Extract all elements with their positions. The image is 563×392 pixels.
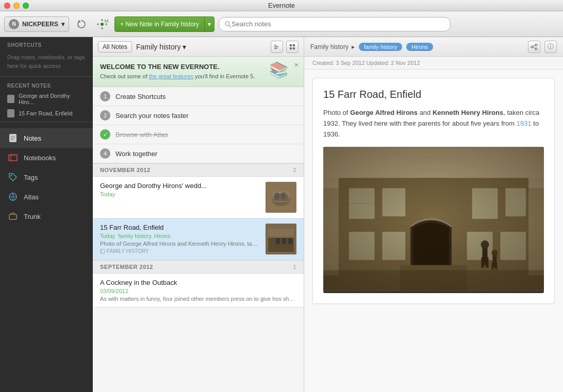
- recent-note-2[interactable]: 15 Farr Road, Enfield: [0, 107, 93, 120]
- sort-icon: [274, 44, 280, 50]
- minimize-button[interactable]: [13, 3, 20, 9]
- header-actions: [271, 41, 299, 53]
- step-4-label: Work together: [115, 150, 157, 158]
- share-icon: [531, 43, 538, 50]
- svg-rect-22: [274, 48, 277, 49]
- new-note-dropdown-icon[interactable]: ▾: [205, 17, 214, 31]
- step-1-label: Create Shortcuts: [115, 93, 166, 100]
- avatar: N: [9, 19, 19, 29]
- svg-point-3: [101, 27, 103, 29]
- svg-point-42: [535, 48, 537, 50]
- sidebar-item-atlas[interactable]: Atlas: [0, 187, 93, 207]
- tag-chip-hirons[interactable]: Hirons: [406, 43, 433, 51]
- sidebar-item-notebooks[interactable]: Notebooks: [0, 148, 93, 167]
- user-dropdown-icon: ▾: [61, 21, 64, 28]
- group-count-nov2012: 2: [293, 167, 296, 173]
- svg-rect-38: [282, 238, 286, 244]
- svg-rect-25: [290, 47, 292, 49]
- shortcuts-header: SHORTCUTS: [0, 37, 93, 50]
- note-meta: Created: 3 Sep 2012 Updated: 2 Nov 2012: [304, 57, 563, 70]
- recent-note-1[interactable]: George and Dorothy Hiro...: [0, 91, 93, 107]
- note-thumb-1: [266, 182, 296, 213]
- share-button[interactable]: [528, 41, 540, 53]
- bold-name-2: Kenneth Henry Hirons: [433, 109, 503, 116]
- view-icon: [289, 44, 295, 50]
- svg-rect-20: [274, 45, 276, 46]
- note-item-george-wedding[interactable]: George and Dorothy Hirons' wedd... Today: [93, 177, 304, 218]
- step-4-num: 4: [100, 148, 110, 159]
- recent-header: RECENT NOTES: [0, 79, 93, 91]
- atlas-icon: [7, 191, 19, 202]
- tag-chip-family-history[interactable]: family history: [359, 43, 402, 51]
- note-detail-panel: Family history ▸ family history Hirons ⓘ: [304, 37, 563, 392]
- note-item-cockney[interactable]: A Cockney in the Outback 03/09/2012 As w…: [93, 274, 304, 308]
- svg-rect-19: [9, 214, 16, 219]
- username-label: NICKPEERS: [22, 21, 58, 28]
- svg-point-30: [281, 192, 286, 199]
- user-menu[interactable]: N NICKPEERS ▾: [4, 16, 69, 32]
- svg-rect-26: [293, 47, 295, 49]
- note-item-content-1: George and Dorothy Hirons' wedd... Today: [100, 182, 260, 213]
- view-button[interactable]: [286, 41, 299, 53]
- note-content-title: 15 Farr Road, Enfield: [323, 89, 544, 100]
- checklist-item-1[interactable]: 1 Create Shortcuts: [93, 87, 304, 106]
- notebook-selector[interactable]: Family history ▾: [136, 43, 186, 51]
- atlas-label: Atlas: [24, 193, 39, 201]
- note-date-2: Today family history, Hirons: [100, 233, 260, 239]
- year-link-1931[interactable]: 1931: [517, 120, 532, 127]
- app-title: Evernote: [268, 2, 295, 9]
- divider-2: [0, 122, 93, 122]
- search-input[interactable]: [231, 20, 445, 28]
- new-note-label[interactable]: + New Note in Family history: [115, 17, 205, 31]
- all-notes-button[interactable]: All Notes: [98, 41, 132, 53]
- maximize-button[interactable]: [23, 3, 29, 9]
- search-icon: [224, 21, 231, 28]
- window-controls[interactable]: [4, 3, 29, 9]
- close-button[interactable]: [4, 3, 10, 9]
- bold-name-1: George Alfred Hirons: [350, 109, 418, 116]
- step-2-label: Search your notes faster: [115, 112, 189, 120]
- note-title-3: A Cockney in the Outback: [100, 279, 296, 286]
- welcome-link[interactable]: the great features: [149, 73, 193, 79]
- group-label-nov2012: NOVEMBER 2012: [100, 167, 151, 173]
- info-button[interactable]: ⓘ: [544, 41, 557, 53]
- svg-rect-21: [274, 46, 278, 47]
- recent-note-title-1: George and Dorothy Hiro...: [19, 93, 86, 105]
- welcome-close-button[interactable]: ×: [294, 61, 299, 69]
- tools-button[interactable]: 16: [94, 16, 110, 32]
- notebook-small-icon: [100, 249, 105, 254]
- trunk-label: Trunk: [24, 213, 41, 220]
- welcome-banner: WELCOME TO THE NEW EVERNOTE. Check out s…: [93, 57, 304, 87]
- svg-point-1: [101, 23, 104, 26]
- note-icon-1: [7, 95, 14, 103]
- breadcrumb-notebook[interactable]: Family history: [310, 43, 349, 50]
- note-item-content-2: 15 Farr Road, Enfield Today family histo…: [100, 224, 260, 254]
- checklist-item-4[interactable]: 4 Work together: [93, 144, 304, 163]
- note-tags-2: family history, Hirons: [118, 233, 170, 239]
- sync-button[interactable]: [73, 16, 90, 32]
- note-item-farr-road[interactable]: 15 Farr Road, Enfield Today family histo…: [93, 218, 304, 260]
- note-date-3: 03/09/2012: [100, 288, 296, 294]
- toolbar: N NICKPEERS ▾ 16 + New Note in Family hi…: [0, 11, 563, 37]
- svg-line-44: [533, 47, 535, 48]
- checklist-item-2[interactable]: 2 Search your notes faster: [93, 106, 304, 125]
- sidebar-item-trunk[interactable]: Trunk: [0, 207, 93, 226]
- svg-point-2: [101, 19, 103, 21]
- sort-button[interactable]: [271, 41, 283, 53]
- note-title-2: 15 Farr Road, Enfield: [100, 224, 260, 231]
- checklist-item-3[interactable]: ✓ Browse with Atlas: [93, 125, 304, 144]
- note-icon-2: [7, 109, 14, 117]
- svg-point-29: [274, 193, 279, 200]
- svg-point-4: [97, 23, 99, 25]
- note-preview-3: As with matters in funny, four joined ot…: [100, 296, 296, 302]
- sidebar-item-notes[interactable]: Notes: [0, 128, 93, 148]
- notebook-dropdown-icon: ▾: [183, 43, 186, 51]
- note-content-body: Photo of George Alfred Hirons and Kennet…: [323, 108, 544, 140]
- new-note-button[interactable]: + New Note in Family history ▾: [114, 16, 214, 32]
- sidebar: SHORTCUTS Drag notes, notebooks, or tags…: [0, 37, 93, 392]
- svg-point-7: [225, 22, 229, 26]
- recent-note-title-2: 15 Farr Road, Enfield: [19, 110, 73, 116]
- breadcrumb-arrow: ▸: [352, 43, 355, 50]
- sidebar-item-tags[interactable]: Tags: [0, 167, 93, 187]
- search-bar[interactable]: [219, 17, 451, 31]
